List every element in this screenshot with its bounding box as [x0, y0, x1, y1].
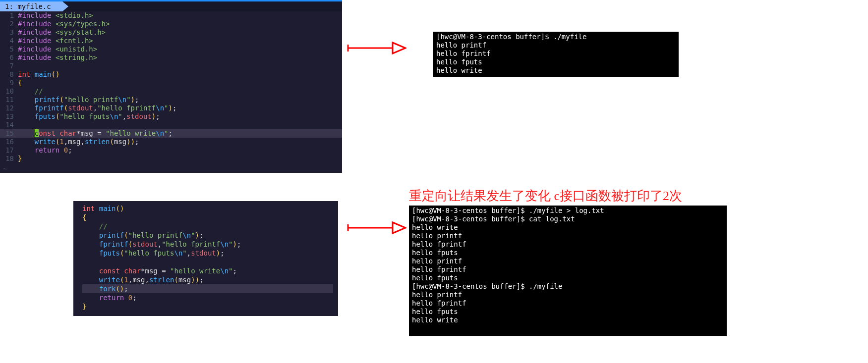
terminal-line: hello fputs [412, 308, 724, 316]
terminal-output-bottom: [hwc@VM-8-3-centos buffer]$ ./myfile > l… [409, 206, 727, 336]
svg-marker-5 [393, 222, 405, 233]
terminal-line: [hwc@VM-8-3-centos buffer]$ ./myfile > l… [412, 207, 724, 215]
terminal-line: [hwc@VM-8-3-centos buffer]$ cat log.txt [412, 215, 724, 223]
code-source: #include <sys/stat.h> [18, 28, 106, 37]
code-source: return 0; [18, 146, 72, 155]
code-source: const char*msg = "hello write\n"; [18, 129, 173, 138]
line-number: 5 [0, 45, 18, 53]
editor-tab-row: 1: myfile.c [0, 1, 342, 11]
terminal-line: hello fprintf [412, 240, 724, 249]
code-line: 12 fprintf(stdout,"hello fprintf\n"); [0, 104, 342, 112]
code-source: #include <sys/types.h> [18, 20, 110, 28]
code-line: 15 const char*msg = "hello write\n"; [0, 129, 342, 138]
code-line: 17 return 0; [0, 146, 342, 155]
arrow-icon [347, 41, 406, 55]
terminal-line: hello write [412, 316, 724, 324]
code-line: 5#include <unistd.h> [0, 45, 342, 53]
code-line: 3#include <sys/stat.h> [0, 28, 342, 37]
code-line: 7 [0, 62, 342, 70]
line-number: 2 [0, 20, 18, 28]
code-line: 14 [0, 121, 342, 129]
terminal-output-top: [hwc@VM-8-3-centos buffer]$ ./myfilehell… [433, 32, 679, 77]
line-number: 8 [0, 70, 18, 79]
terminal-line: [hwc@VM-8-3-centos buffer]$ ./myfile [436, 33, 676, 41]
svg-marker-2 [393, 43, 405, 53]
terminal-line: hello fputs [412, 249, 724, 257]
terminal-line: hello fprintf [412, 265, 724, 274]
line-number: 12 [0, 104, 18, 112]
line-number: 4 [0, 37, 18, 45]
line-number: 17 [0, 146, 18, 155]
line-number: 3 [0, 28, 18, 37]
code-source: int main() [18, 70, 59, 79]
code-area[interactable]: 1#include <stdio.h>2#include <sys/types.… [0, 11, 342, 165]
code-line: write(1,msg,strlen(msg)); [82, 275, 333, 284]
line-number: 9 [0, 79, 18, 87]
terminal-line: hello fprintf [412, 299, 724, 308]
terminal-line: hello fputs [436, 58, 676, 66]
line-number: 14 [0, 121, 18, 129]
code-line: 8int main() [0, 70, 342, 79]
code-source: // [18, 87, 43, 96]
terminal-line: hello printf [436, 41, 676, 50]
code-source: } [18, 155, 22, 163]
terminal-line: hello fprintf [436, 50, 676, 58]
code-source: write(1,msg,strlen(msg)); [18, 138, 139, 146]
line-number: 1 [0, 11, 18, 20]
code-line: int main() [82, 204, 333, 213]
line-number: 16 [0, 138, 18, 146]
line-number: 10 [0, 87, 18, 96]
code-line: const char*msg = "hello write\n"; [82, 266, 333, 275]
terminal-line: hello printf [412, 232, 724, 240]
terminal-line: [hwc@VM-8-3-centos buffer]$ ./myfile [412, 282, 724, 291]
code-line: // [82, 222, 333, 231]
line-number: 6 [0, 53, 18, 62]
annotation-text: 重定向让结果发生了变化 c接口函数被打印了2次 [409, 187, 682, 205]
code-line: 16 write(1,msg,strlen(msg)); [0, 138, 342, 146]
line-number: 11 [0, 96, 18, 104]
code-line: 10 // [0, 87, 342, 96]
code-source: fprintf(stdout,"hello fprintf\n"); [18, 104, 176, 112]
code-line [82, 258, 333, 266]
code-source: #include <unistd.h> [18, 45, 97, 53]
line-number: 13 [0, 112, 18, 121]
terminal-line: hello write [436, 66, 676, 75]
code-line: 9{ [0, 79, 342, 87]
code-source: fputs("hello fputs\n",stdout); [18, 112, 160, 121]
code-source: #include <fcntl.h> [18, 37, 93, 45]
code-source: #include <string.h> [18, 53, 97, 62]
code-line: fputs("hello fputs\n",stdout); [82, 249, 333, 258]
line-number: 15 [0, 129, 18, 138]
code-line: 11 printf("hello printf\n"); [0, 96, 342, 104]
code-line: 2#include <sys/types.h> [0, 20, 342, 28]
line-number: 7 [0, 62, 18, 70]
code-line: return 0; [82, 293, 333, 302]
arrow-icon [347, 220, 406, 235]
code-line: fprintf(stdout,"hello fprintf\n"); [82, 240, 333, 249]
code-line: printf("hello printf\n"); [82, 231, 333, 240]
code-editor-main: 1: myfile.c 1#include <stdio.h>2#include… [0, 0, 342, 173]
code-line: 18} [0, 155, 342, 163]
code-source: printf("hello printf\n"); [18, 96, 139, 104]
code-line: 1#include <stdio.h> [0, 11, 342, 20]
code-source: { [18, 79, 22, 87]
code-source: #include <stdio.h> [18, 11, 93, 20]
code-line: { [82, 213, 333, 222]
code-editor-snippet: int main(){ // printf("hello printf\n");… [73, 201, 338, 316]
code-line: } [82, 302, 333, 311]
editor-tab-active[interactable]: 1: myfile.c [0, 1, 68, 11]
editor-tilde: ~ [0, 165, 342, 173]
code-line: 13 fputs("hello fputs\n",stdout); [0, 112, 342, 121]
code-line: 6#include <string.h> [0, 53, 342, 62]
terminal-line: hello fputs [412, 274, 724, 282]
code-line: 4#include <fcntl.h> [0, 37, 342, 45]
terminal-line: hello printf [412, 257, 724, 265]
terminal-line: hello printf [412, 291, 724, 299]
code-line: fork(); [82, 284, 333, 293]
terminal-line: hello write [412, 223, 724, 232]
line-number: 18 [0, 155, 18, 163]
